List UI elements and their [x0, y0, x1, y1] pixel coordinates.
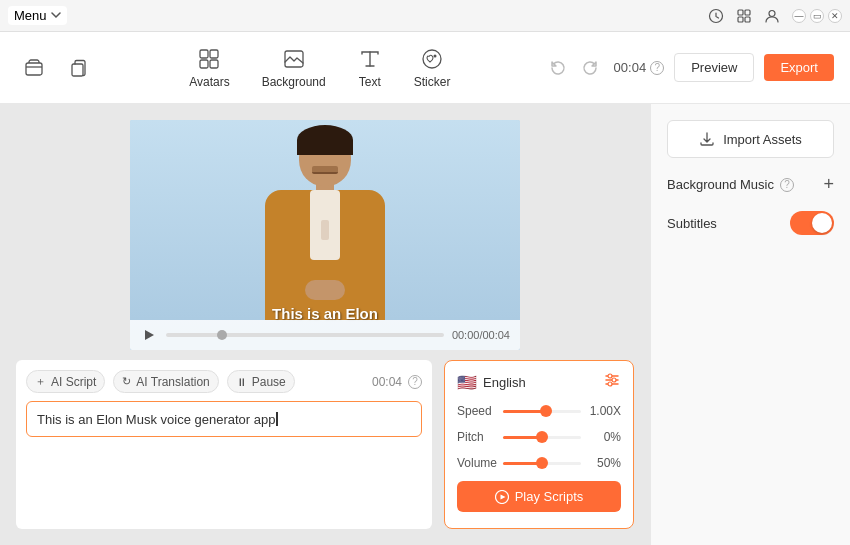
language-label: English — [483, 375, 526, 390]
svg-rect-9 — [200, 50, 208, 58]
text-cursor — [276, 412, 278, 426]
volume-label: Volume — [457, 456, 495, 470]
video-preview: This is an Elon 00:00/00:04 — [130, 120, 520, 350]
toolbar-right: 00:04 ? Preview Export — [544, 53, 834, 82]
play-button[interactable] — [140, 326, 158, 344]
background-music-label-group: Background Music ? — [667, 177, 794, 192]
progress-bar[interactable] — [166, 333, 444, 337]
menu-button[interactable]: Menu — [8, 6, 67, 25]
window-controls: — ▭ ✕ — [792, 9, 842, 23]
ai-script-label: AI Script — [51, 375, 96, 389]
script-tabs-right: 00:04 ? — [372, 375, 422, 389]
script-input[interactable]: This is an Elon Musk voice generator app — [26, 401, 422, 437]
svg-point-24 — [608, 382, 612, 386]
background-icon — [282, 47, 306, 71]
svg-point-23 — [612, 378, 616, 382]
voice-language: 🇺🇸 English — [457, 373, 526, 392]
sticker-icon — [420, 47, 444, 71]
sticker-tool[interactable]: Sticker — [414, 47, 451, 89]
flag-icon: 🇺🇸 — [457, 373, 477, 392]
person-body — [265, 190, 385, 320]
toolbar: Avatars Background Text Sticker — [0, 32, 850, 104]
text-label: Text — [359, 75, 381, 89]
speed-value: 1.00X — [589, 404, 621, 418]
ai-script-tab[interactable]: ＋ AI Script — [26, 370, 105, 393]
video-person — [265, 128, 385, 320]
person-head — [299, 128, 351, 186]
title-bar-right: — ▭ ✕ — [708, 8, 842, 24]
close-button[interactable]: ✕ — [828, 9, 842, 23]
speed-control: Speed 1.00X — [457, 403, 621, 419]
grid-icon[interactable] — [736, 8, 752, 24]
svg-rect-11 — [200, 60, 208, 68]
subtitles-toggle[interactable] — [790, 211, 834, 235]
import-assets-button[interactable]: Import Assets — [667, 120, 834, 158]
title-bar-left: Menu — [8, 6, 67, 25]
script-time-value: 00:04 — [372, 375, 402, 389]
speed-thumb — [540, 405, 552, 417]
copy-button[interactable] — [60, 50, 96, 86]
time-info-icon[interactable]: ? — [650, 61, 664, 75]
pitch-thumb — [536, 431, 548, 443]
volume-value: 50% — [589, 456, 621, 470]
chevron-down-icon — [51, 12, 61, 19]
undo-redo-controls — [544, 54, 604, 82]
svg-rect-10 — [210, 50, 218, 58]
time-counter: 00:00/00:04 — [452, 329, 510, 341]
script-text: This is an Elon Musk voice generator app — [37, 412, 275, 427]
svg-rect-2 — [745, 10, 750, 15]
redo-button[interactable] — [576, 54, 604, 82]
speed-label: Speed — [457, 404, 495, 418]
text-icon — [358, 47, 382, 71]
toggle-thumb — [812, 213, 832, 233]
ai-script-icon: ＋ — [35, 374, 46, 389]
pause-label: Pause — [252, 375, 286, 389]
svg-rect-3 — [738, 17, 743, 22]
subtitles-label: Subtitles — [667, 216, 717, 231]
preview-button[interactable]: Preview — [674, 53, 754, 82]
background-label: Background — [262, 75, 326, 89]
menu-label: Menu — [14, 8, 47, 23]
user-icon[interactable] — [764, 8, 780, 24]
svg-rect-12 — [210, 60, 218, 68]
export-button[interactable]: Export — [764, 54, 834, 81]
add-background-music-button[interactable]: + — [823, 174, 834, 195]
volume-slider[interactable] — [503, 455, 581, 471]
minimize-button[interactable]: — — [792, 9, 806, 23]
restore-button[interactable]: ▭ — [810, 9, 824, 23]
avatars-label: Avatars — [189, 75, 229, 89]
text-tool[interactable]: Text — [358, 47, 382, 89]
avatars-tool[interactable]: Avatars — [189, 47, 229, 89]
script-tabs: ＋ AI Script ↻ AI Translation ⏸ Pause — [26, 370, 422, 393]
toolbar-left — [16, 50, 96, 86]
pitch-label: Pitch — [457, 430, 495, 444]
svg-rect-6 — [26, 63, 42, 75]
ai-translation-tab[interactable]: ↻ AI Translation — [113, 370, 218, 393]
script-help-icon[interactable]: ? — [408, 375, 422, 389]
video-background: This is an Elon — [130, 120, 520, 350]
play-scripts-label: Play Scripts — [515, 489, 584, 504]
pitch-control: Pitch 0% — [457, 429, 621, 445]
svg-rect-4 — [745, 17, 750, 22]
svg-marker-26 — [500, 494, 505, 499]
import-assets-label: Import Assets — [723, 132, 802, 147]
volume-track — [503, 462, 581, 465]
background-tool[interactable]: Background — [262, 47, 326, 89]
subtitles-row: Subtitles — [667, 211, 834, 235]
play-scripts-button[interactable]: Play Scripts — [457, 481, 621, 512]
editor-area: This is an Elon 00:00/00:04 — [0, 104, 650, 545]
person-hair — [297, 125, 353, 155]
pause-tab[interactable]: ⏸ Pause — [227, 370, 295, 393]
background-music-info-icon[interactable]: ? — [780, 178, 794, 192]
undo-button[interactable] — [544, 54, 572, 82]
progress-thumb — [217, 330, 227, 340]
person-hands — [305, 280, 345, 300]
history-icon[interactable] — [708, 8, 724, 24]
voice-settings-icon[interactable] — [603, 371, 621, 393]
speed-slider[interactable] — [503, 403, 581, 419]
video-controls: 00:00/00:04 — [130, 320, 520, 350]
background-music-label: Background Music — [667, 177, 774, 192]
pitch-slider[interactable] — [503, 429, 581, 445]
pitch-value: 0% — [589, 430, 621, 444]
layers-button[interactable] — [16, 50, 52, 86]
